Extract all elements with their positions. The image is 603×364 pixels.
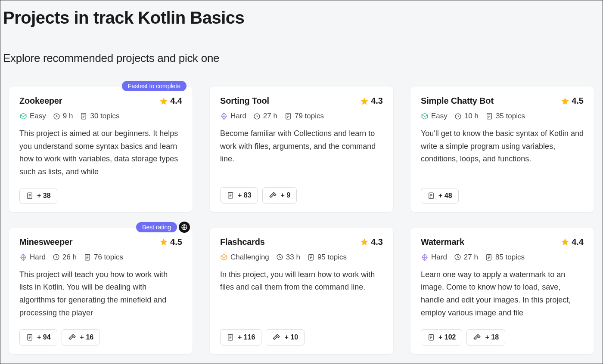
- difficulty-challenging-icon: [220, 253, 228, 261]
- project-meta-row: Easy9 h30 topics: [19, 112, 182, 120]
- topics-icon: [227, 191, 234, 199]
- project-title: Watermark: [421, 237, 464, 247]
- clock-icon: [454, 253, 461, 261]
- star-icon: [360, 238, 369, 246]
- pill-label: + 10: [284, 333, 298, 341]
- project-tools-pill[interactable]: + 18: [466, 329, 505, 345]
- project-rating-value: 4.5: [572, 96, 584, 106]
- project-topics-pill[interactable]: + 83: [220, 187, 258, 204]
- star-icon: [561, 97, 569, 105]
- project-meta-row: Easy10 h35 topics: [421, 112, 584, 120]
- difficulty-hard-icon: [220, 112, 228, 120]
- project-card[interactable]: Flashcards4.3Challenging33 h95 topicsIn …: [210, 228, 393, 354]
- project-rating: 4.3: [360, 237, 383, 247]
- project-pill-row: + 38: [19, 188, 182, 204]
- project-rating-value: 4.4: [572, 237, 584, 247]
- project-description: In this project, you will learn how to w…: [220, 268, 383, 320]
- project-tools-pill[interactable]: + 9: [262, 187, 297, 204]
- difficulty-easy-icon: [19, 112, 27, 120]
- project-title: Zookeeper: [19, 96, 62, 106]
- project-meta-row: Hard26 h76 topics: [19, 253, 182, 262]
- project-topics-pill[interactable]: + 94: [19, 329, 57, 345]
- difficulty-hard-icon: [19, 253, 27, 261]
- project-card[interactable]: Simple Chatty Bot4.5Easy10 h35 topicsYou…: [410, 86, 594, 212]
- project-description: This project will teach you how to work …: [19, 268, 182, 320]
- project-card-header: Sorting Tool4.3: [220, 96, 383, 106]
- project-title: Sorting Tool: [220, 96, 269, 106]
- pill-label: + 48: [438, 192, 452, 200]
- project-description: Learn one way to apply a watermark to an…: [421, 268, 584, 320]
- project-card[interactable]: Best ratingMinesweeper4.5Hard26 h76 topi…: [9, 228, 193, 354]
- star-icon: [360, 97, 369, 105]
- project-difficulty: Challenging: [220, 253, 269, 262]
- pill-label: + 116: [238, 333, 255, 341]
- project-pill-row: + 94+ 16: [19, 329, 182, 345]
- project-rating: 4.5: [561, 96, 584, 106]
- project-rating-value: 4.5: [170, 237, 182, 247]
- project-topics-pill[interactable]: + 48: [421, 188, 459, 204]
- project-card[interactable]: Sorting Tool4.3Hard27 h79 topicsBecome f…: [210, 86, 393, 212]
- project-card-header: Watermark4.4: [421, 237, 584, 247]
- hammer-icon: [269, 191, 277, 200]
- pill-label: + 83: [238, 191, 252, 199]
- project-badge: Fastest to complete: [122, 81, 186, 91]
- project-card-header: Flashcards4.3: [220, 237, 383, 247]
- project-rating-value: 4.4: [170, 96, 182, 106]
- project-duration: 26 h: [53, 253, 77, 262]
- topics-icon: [485, 112, 493, 120]
- project-pill-row: + 48: [421, 188, 584, 204]
- project-topics: 85 topics: [485, 253, 525, 262]
- pill-label: + 38: [37, 192, 51, 200]
- project-topics: 76 topics: [84, 253, 123, 262]
- project-card-header: Zookeeper4.4: [19, 96, 182, 106]
- clock-icon: [53, 113, 60, 120]
- project-duration: 27 h: [253, 112, 277, 120]
- project-description: You'll get to know the basic syntax of K…: [421, 127, 584, 179]
- project-rating: 4.4: [561, 237, 584, 247]
- project-rating-value: 4.3: [371, 237, 383, 247]
- project-topics: 35 topics: [485, 112, 525, 120]
- project-meta-row: Hard27 h79 topics: [220, 112, 383, 120]
- project-card[interactable]: Watermark4.4Hard27 h85 topicsLearn one w…: [410, 228, 594, 354]
- project-rating: 4.4: [159, 96, 182, 106]
- project-duration: 33 h: [276, 253, 300, 262]
- project-title: Flashcards: [220, 237, 265, 247]
- topics-icon: [284, 112, 292, 120]
- star-icon: [159, 97, 168, 105]
- pill-label: + 102: [438, 333, 456, 341]
- project-difficulty: Hard: [19, 253, 46, 262]
- difficulty-hard-icon: [421, 253, 429, 261]
- project-tools-pill[interactable]: + 16: [62, 329, 100, 345]
- pill-label: + 16: [80, 333, 94, 341]
- project-duration: 10 h: [454, 112, 479, 120]
- topics-icon: [427, 333, 435, 341]
- project-topics-pill[interactable]: + 102: [421, 329, 462, 345]
- project-topics-pill[interactable]: + 116: [220, 329, 261, 345]
- star-icon: [561, 238, 569, 246]
- project-description: Become familiar with Collections and lea…: [220, 127, 383, 178]
- project-difficulty: Hard: [220, 112, 246, 120]
- globe-icon: [181, 224, 188, 231]
- project-difficulty: Easy: [19, 112, 46, 120]
- topics-icon: [80, 112, 87, 120]
- project-badge: Best rating: [136, 222, 177, 232]
- pill-label: + 94: [37, 333, 51, 341]
- project-duration: 9 h: [53, 112, 73, 120]
- project-topics: 95 topics: [307, 253, 347, 262]
- project-difficulty: Easy: [421, 112, 448, 120]
- project-tools-pill[interactable]: + 10: [266, 329, 305, 345]
- hammer-icon: [272, 333, 281, 342]
- project-card-header: Minesweeper4.5: [19, 237, 182, 247]
- project-card[interactable]: Fastest to completeZookeeper4.4Easy9 h30…: [9, 86, 193, 212]
- project-topics-pill[interactable]: + 38: [19, 188, 57, 204]
- clock-icon: [454, 113, 462, 120]
- page-subtitle: Explore recommended projects and pick on…: [0, 28, 603, 65]
- topics-icon: [26, 192, 34, 200]
- project-pill-row: + 83+ 9: [220, 187, 383, 204]
- projects-grid: Fastest to completeZookeeper4.4Easy9 h30…: [0, 65, 603, 363]
- project-duration: 27 h: [454, 253, 478, 262]
- topics-icon: [307, 253, 315, 261]
- clock-icon: [53, 253, 60, 261]
- project-badge-globe: [179, 222, 190, 233]
- project-rating: 4.3: [360, 96, 383, 106]
